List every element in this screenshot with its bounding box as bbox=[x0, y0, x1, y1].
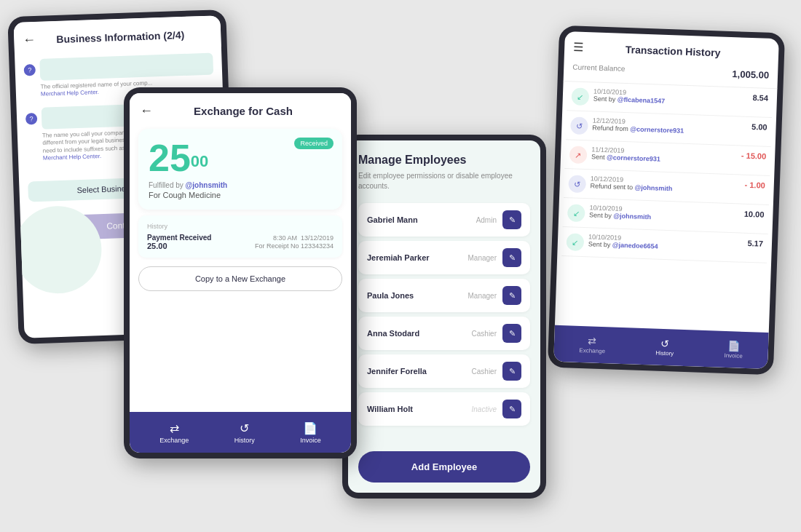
emp-role-0: Admin bbox=[476, 216, 497, 224]
history-nav: ⇄ Exchange ↺ History 📄 Invoice bbox=[553, 325, 769, 369]
transaction-list: ↙ 10/10/2019 Sent by @flcabena1547 8.54 … bbox=[555, 82, 778, 333]
payment-amount: 25.00 bbox=[147, 242, 167, 250]
menu-icon[interactable]: ☰ bbox=[573, 40, 584, 54]
tx-icon-0: ↙ bbox=[571, 87, 589, 106]
emp-name-2: Paula Jones bbox=[367, 291, 468, 300]
employees-subtitle: Edit employee permissions or disable emp… bbox=[358, 171, 530, 191]
employees-content: Manage Employees Edit employee permissio… bbox=[348, 140, 540, 493]
tx-info-3: 10/12/2019 Refund sent to @johnsmith bbox=[590, 175, 744, 194]
balance-value: 1,005.00 bbox=[732, 68, 769, 81]
history-label: History bbox=[147, 223, 334, 230]
fulfiller-handle: @johnsmith bbox=[186, 181, 228, 189]
bottom-nav: ⇄ Exchange ↺ History 📄 Invoice bbox=[130, 412, 351, 453]
edit-employee-5[interactable]: ✎ bbox=[502, 400, 521, 418]
payment-time: 8:30 AM 13/12/2019 bbox=[273, 234, 334, 242]
fulfilled-by: Fulfilled by @johnsmith bbox=[149, 181, 332, 189]
employees-title: Manage Employees bbox=[358, 154, 530, 167]
invoice-icon: 📄 bbox=[303, 421, 317, 435]
help-icon-1: ? bbox=[24, 64, 36, 76]
tablet-3-screen: Manage Employees Edit employee permissio… bbox=[348, 140, 540, 493]
edit-employee-3[interactable]: ✎ bbox=[502, 324, 521, 343]
emp-name-5: William Holt bbox=[367, 405, 472, 413]
tx-icon-2: ↗ bbox=[569, 146, 588, 164]
nav-history[interactable]: ↺ History bbox=[234, 421, 255, 444]
emp-role-2: Manager bbox=[468, 292, 497, 300]
add-employee-button[interactable]: Add Employee bbox=[358, 451, 530, 483]
tx-info-2: 11/12/2019 Sent @cornerstore931 bbox=[591, 146, 741, 165]
merchant-help-link-1[interactable]: Merchant Help Center. bbox=[41, 89, 99, 98]
tx-info-4: 10/10/2019 Sent by @johnsmith bbox=[589, 204, 744, 223]
tx-amount-2: - 15.00 bbox=[741, 151, 767, 161]
back-arrow-icon[interactable]: ← bbox=[140, 103, 153, 119]
tablet-2-header: ← Exchange for Cash bbox=[130, 93, 351, 124]
legal-name-row: ? bbox=[23, 53, 213, 82]
tx-icon-3: ↺ bbox=[568, 175, 586, 193]
page-title: Business Information (2/4) bbox=[42, 28, 212, 45]
tablet-history: ☰ Transaction History Current Balance 1,… bbox=[548, 25, 785, 376]
tx-amount-3: - 1.00 bbox=[744, 180, 765, 190]
merchant-help-link-2[interactable]: Merchant Help Center. bbox=[43, 153, 101, 162]
employee-row-3: Anna Stodard Cashier ✎ bbox=[358, 317, 530, 350]
exchange-title: Exchange for Cash bbox=[159, 105, 341, 117]
tx-info-1: 12/12/2019 Refund from @cornerstore931 bbox=[592, 116, 751, 137]
emp-role-4: Cashier bbox=[472, 368, 497, 376]
tx-amount-1: 5.00 bbox=[751, 122, 768, 132]
received-badge: Received bbox=[294, 138, 334, 149]
emp-role-5: Inactive bbox=[472, 405, 497, 413]
employee-row-5: William Holt Inactive ✎ bbox=[358, 392, 530, 426]
tx-amount-0: 8.54 bbox=[752, 93, 768, 103]
emp-name-0: Gabriel Mann bbox=[367, 215, 476, 224]
employee-row-4: Jennifer Forella Cashier ✎ bbox=[358, 354, 530, 388]
history-title: Transaction History bbox=[589, 42, 770, 60]
back-arrow-icon[interactable]: ← bbox=[23, 32, 36, 48]
tx-amount-4: 10.00 bbox=[744, 210, 765, 219]
for-item: For Cough Medicine bbox=[149, 191, 332, 199]
copy-exchange-button[interactable]: Copy to a New Exchange bbox=[138, 266, 342, 291]
nav-exchange[interactable]: ⇄ Exchange bbox=[579, 335, 605, 354]
edit-employee-4[interactable]: ✎ bbox=[502, 362, 521, 381]
history-box: History Payment Received 8:30 AM 13/12/2… bbox=[138, 215, 342, 258]
tablet-exchange: ← Exchange for Cash Received 2500 Fulfil… bbox=[124, 87, 357, 458]
tx-info-5: 10/10/2019 Sent by @janedoe6654 bbox=[588, 233, 748, 253]
amount-decimal: 00 bbox=[191, 152, 208, 170]
scene: ← Business Information (2/4) ? The offic… bbox=[0, 0, 801, 532]
emp-name-4: Jennifer Forella bbox=[367, 367, 472, 376]
tablet-2-screen: ← Exchange for Cash Received 2500 Fulfil… bbox=[130, 93, 351, 453]
emp-name-1: Jeremiah Parker bbox=[367, 253, 468, 262]
balance-label: Current Balance bbox=[572, 63, 626, 76]
nav-exchange[interactable]: ⇄ Exchange bbox=[159, 421, 189, 444]
edit-employee-0[interactable]: ✎ bbox=[502, 210, 521, 229]
tx-icon-1: ↺ bbox=[570, 116, 588, 135]
invoice-nav-icon: 📄 bbox=[727, 340, 741, 352]
edit-employee-2[interactable]: ✎ bbox=[502, 286, 521, 305]
history-icon: ↺ bbox=[240, 421, 249, 435]
history-row-2: 25.00 For Receipt No 123343234 bbox=[147, 242, 334, 250]
employee-row-1: Jeremiah Parker Manager ✎ bbox=[358, 241, 530, 274]
tablet-4-screen: ☰ Transaction History Current Balance 1,… bbox=[553, 31, 779, 369]
help-icon-2: ? bbox=[25, 113, 38, 125]
tx-info-0: 10/10/2019 Sent by @flcabena1547 bbox=[593, 87, 753, 108]
nav-history[interactable]: ↺ History bbox=[655, 338, 674, 357]
tablet-employees: Manage Employees Edit employee permissio… bbox=[342, 135, 546, 499]
emp-role-3: Cashier bbox=[472, 330, 497, 338]
exchange-icon: ⇄ bbox=[170, 421, 179, 435]
exchange-nav-icon: ⇄ bbox=[588, 335, 597, 346]
receipt-label: For Receipt No 123343234 bbox=[255, 242, 334, 250]
legal-name-input[interactable] bbox=[39, 53, 213, 81]
tx-row-5[interactable]: ↙ 10/10/2019 Sent by @janedoe6654 5.17 bbox=[561, 227, 768, 263]
tx-icon-4: ↙ bbox=[567, 204, 585, 222]
exchange-card: Received 2500 Fulfilled by @johnsmith Fo… bbox=[138, 129, 342, 210]
tx-amount-5: 5.17 bbox=[747, 239, 763, 248]
nav-invoice[interactable]: 📄 Invoice bbox=[724, 340, 743, 360]
edit-employee-1[interactable]: ✎ bbox=[502, 248, 521, 267]
history-row-1: Payment Received 8:30 AM 13/12/2019 bbox=[147, 234, 334, 242]
payment-label: Payment Received bbox=[147, 234, 211, 242]
tx-icon-5: ↙ bbox=[566, 233, 584, 251]
nav-invoice[interactable]: 📄 Invoice bbox=[300, 421, 321, 444]
amount-integer: 25 bbox=[149, 137, 191, 179]
employee-row-2: Paula Jones Manager ✎ bbox=[358, 279, 530, 312]
emp-role-1: Manager bbox=[468, 254, 497, 262]
employee-row-0: Gabriel Mann Admin ✎ bbox=[358, 203, 530, 237]
emp-name-3: Anna Stodard bbox=[367, 329, 472, 338]
history-nav-icon: ↺ bbox=[660, 338, 670, 349]
